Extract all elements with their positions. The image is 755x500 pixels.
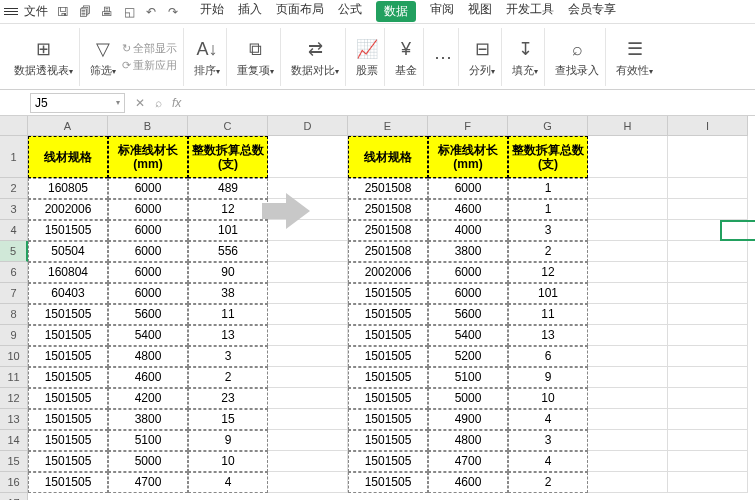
cell[interactable]: 6000: [428, 178, 508, 199]
col-header[interactable]: I: [668, 116, 748, 136]
cell[interactable]: 标准线材长(mm): [108, 136, 188, 178]
compare-button[interactable]: ⇄数据对比▾: [285, 28, 346, 86]
cell[interactable]: 2: [508, 472, 588, 493]
cell[interactable]: 6000: [108, 199, 188, 220]
select-all-corner[interactable]: [0, 116, 28, 136]
cell[interactable]: 13: [508, 325, 588, 346]
cell[interactable]: [668, 409, 748, 430]
cell[interactable]: [268, 136, 348, 178]
print-icon[interactable]: 🖶: [100, 5, 114, 19]
tab-home[interactable]: 开始: [200, 1, 224, 22]
row-header[interactable]: 7: [0, 283, 28, 304]
cell[interactable]: 1501505: [348, 367, 428, 388]
cell[interactable]: 9: [508, 367, 588, 388]
pivot-button[interactable]: ⊞数据透视表▾: [8, 28, 80, 86]
cell[interactable]: 整数拆算总数(支): [188, 136, 268, 178]
tab-data[interactable]: 数据: [376, 1, 416, 22]
cell[interactable]: [668, 367, 748, 388]
cell[interactable]: 9: [188, 430, 268, 451]
col-header[interactable]: B: [108, 116, 188, 136]
cell[interactable]: 6000: [108, 178, 188, 199]
col-header[interactable]: C: [188, 116, 268, 136]
cell[interactable]: [668, 262, 748, 283]
cell[interactable]: 4600: [428, 199, 508, 220]
cell[interactable]: 1501505: [348, 304, 428, 325]
validation-button[interactable]: ☰有效性▾: [610, 28, 659, 86]
row-header[interactable]: 3: [0, 199, 28, 220]
cell[interactable]: 5000: [428, 388, 508, 409]
cell[interactable]: [588, 472, 668, 493]
undo-icon[interactable]: ↶: [144, 5, 158, 19]
fill-button[interactable]: ↧填充▾: [506, 28, 545, 86]
name-box[interactable]: J5▾: [30, 93, 125, 113]
cell[interactable]: 2501508: [348, 220, 428, 241]
cell[interactable]: 11: [508, 304, 588, 325]
cell[interactable]: 1501505: [28, 346, 108, 367]
cell[interactable]: [268, 451, 348, 472]
show-all-button[interactable]: ↻ 全部显示: [122, 41, 177, 56]
cell[interactable]: 1501505: [348, 472, 428, 493]
cell[interactable]: [268, 262, 348, 283]
cell[interactable]: 4700: [428, 451, 508, 472]
cell[interactable]: 3800: [108, 409, 188, 430]
col-header[interactable]: E: [348, 116, 428, 136]
cell[interactable]: 1501505: [348, 388, 428, 409]
cell[interactable]: 60403: [28, 283, 108, 304]
cell[interactable]: [268, 409, 348, 430]
cell[interactable]: 5100: [428, 367, 508, 388]
cell[interactable]: [588, 304, 668, 325]
cell[interactable]: 38: [188, 283, 268, 304]
cell[interactable]: 标准线材长(mm): [428, 136, 508, 178]
cell[interactable]: [588, 430, 668, 451]
cell[interactable]: 4: [508, 451, 588, 472]
cell[interactable]: 90: [188, 262, 268, 283]
fx-label[interactable]: fx: [172, 96, 181, 110]
cell[interactable]: [668, 178, 748, 199]
cell[interactable]: 10: [188, 451, 268, 472]
cell[interactable]: [588, 178, 668, 199]
row-header[interactable]: 14: [0, 430, 28, 451]
save-as-icon[interactable]: 🗐: [78, 5, 92, 19]
cell[interactable]: [588, 220, 668, 241]
cell[interactable]: [588, 325, 668, 346]
cell[interactable]: 556: [188, 241, 268, 262]
row-header[interactable]: 11: [0, 367, 28, 388]
cell[interactable]: 5600: [108, 304, 188, 325]
cell[interactable]: 1501505: [28, 325, 108, 346]
cell[interactable]: 5000: [108, 451, 188, 472]
cell[interactable]: 1501505: [28, 430, 108, 451]
row-header[interactable]: 10: [0, 346, 28, 367]
cell[interactable]: 12: [188, 199, 268, 220]
col-header[interactable]: D: [268, 116, 348, 136]
cell[interactable]: 4800: [108, 346, 188, 367]
cell[interactable]: 6: [508, 346, 588, 367]
lookup-button[interactable]: ⌕查找录入: [549, 28, 606, 86]
cell[interactable]: 1501505: [28, 451, 108, 472]
cell[interactable]: 2501508: [348, 199, 428, 220]
cell[interactable]: 2501508: [348, 178, 428, 199]
cell[interactable]: 3: [508, 220, 588, 241]
cell[interactable]: [668, 220, 748, 241]
cell[interactable]: [588, 409, 668, 430]
cell[interactable]: 1501505: [28, 472, 108, 493]
tab-layout[interactable]: 页面布局: [276, 1, 324, 22]
cell[interactable]: 4800: [428, 430, 508, 451]
cell[interactable]: 1501505: [348, 325, 428, 346]
stock-button[interactable]: 📈股票: [350, 28, 385, 86]
cell[interactable]: [588, 283, 668, 304]
sort-button[interactable]: A↓排序▾: [188, 28, 227, 86]
cell[interactable]: 1501505: [348, 346, 428, 367]
row-header[interactable]: 4: [0, 220, 28, 241]
cell[interactable]: [588, 388, 668, 409]
cell[interactable]: 4600: [428, 472, 508, 493]
cell[interactable]: [668, 451, 748, 472]
cell[interactable]: [268, 346, 348, 367]
cell[interactable]: 2002006: [348, 262, 428, 283]
cell[interactable]: 10: [508, 388, 588, 409]
cell[interactable]: 1: [508, 178, 588, 199]
cell[interactable]: [268, 472, 348, 493]
tab-review[interactable]: 审阅: [430, 1, 454, 22]
cell[interactable]: 23: [188, 388, 268, 409]
cell[interactable]: [588, 346, 668, 367]
cell[interactable]: 489: [188, 178, 268, 199]
